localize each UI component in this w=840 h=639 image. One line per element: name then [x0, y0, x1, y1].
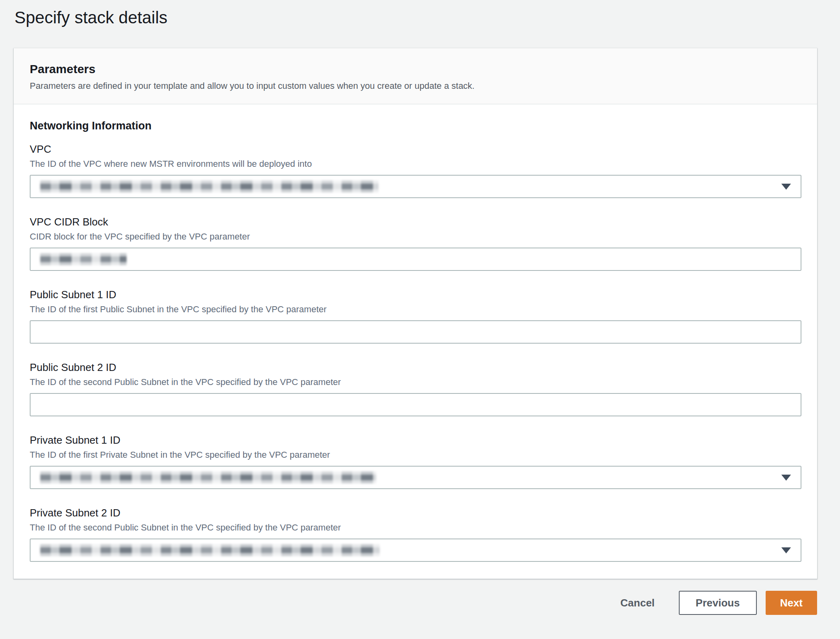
- public-subnet-1-label: Public Subnet 1 ID: [30, 288, 802, 301]
- redacted-value: [40, 471, 376, 483]
- field-group-public-subnet-1: Public Subnet 1 ID The ID of the first P…: [30, 288, 802, 344]
- vpc-cidr-description: CIDR block for the VPC specified by the …: [30, 231, 802, 243]
- caret-down-icon: [781, 184, 791, 190]
- private-subnet-2-select[interactable]: [30, 539, 801, 562]
- field-group-vpc-cidr: VPC CIDR Block CIDR block for the VPC sp…: [30, 215, 802, 271]
- section-heading-networking: Networking Information: [30, 119, 802, 133]
- field-group-private-subnet-2: Private Subnet 2 ID The ID of the second…: [30, 506, 802, 562]
- private-subnet-1-label: Private Subnet 1 ID: [30, 433, 802, 447]
- vpc-label: VPC: [30, 142, 802, 156]
- private-subnet-2-label: Private Subnet 2 ID: [30, 506, 802, 520]
- wizard-action-bar: Cancel Previous Next: [0, 591, 817, 615]
- page-title: Specify stack details: [14, 6, 840, 29]
- parameters-panel-body: Networking Information VPC The ID of the…: [14, 104, 817, 579]
- redacted-value: [40, 253, 127, 265]
- public-subnet-2-label: Public Subnet 2 ID: [30, 360, 802, 374]
- caret-down-icon: [781, 475, 791, 481]
- panel-title: Parameters: [30, 62, 801, 76]
- public-subnet-2-input[interactable]: [30, 393, 801, 416]
- next-button[interactable]: Next: [766, 591, 817, 615]
- previous-button[interactable]: Previous: [679, 591, 757, 615]
- vpc-cidr-input[interactable]: [30, 248, 801, 271]
- redacted-value: [40, 180, 379, 193]
- panel-description: Parameters are defined in your template …: [30, 80, 801, 92]
- vpc-description: The ID of the VPC where new MSTR environ…: [30, 158, 802, 170]
- redacted-value: [40, 544, 380, 556]
- caret-down-icon: [781, 547, 791, 553]
- public-subnet-1-input[interactable]: [30, 320, 801, 344]
- private-subnet-2-description: The ID of the second Public Subnet in th…: [30, 522, 802, 534]
- private-subnet-1-description: The ID of the first Private Subnet in th…: [30, 449, 802, 461]
- private-subnet-1-select[interactable]: [30, 466, 801, 489]
- field-group-vpc: VPC The ID of the VPC where new MSTR env…: [30, 142, 802, 198]
- vpc-cidr-label: VPC CIDR Block: [30, 215, 802, 229]
- parameters-panel: Parameters Parameters are defined in you…: [14, 48, 817, 579]
- public-subnet-1-description: The ID of the first Public Subnet in the…: [30, 303, 802, 315]
- vpc-select[interactable]: [30, 175, 801, 198]
- cancel-button[interactable]: Cancel: [617, 591, 659, 615]
- field-group-private-subnet-1: Private Subnet 1 ID The ID of the first …: [30, 433, 802, 489]
- field-group-public-subnet-2: Public Subnet 2 ID The ID of the second …: [30, 360, 802, 416]
- public-subnet-2-description: The ID of the second Public Subnet in th…: [30, 376, 802, 388]
- parameters-panel-header: Parameters Parameters are defined in you…: [14, 48, 817, 104]
